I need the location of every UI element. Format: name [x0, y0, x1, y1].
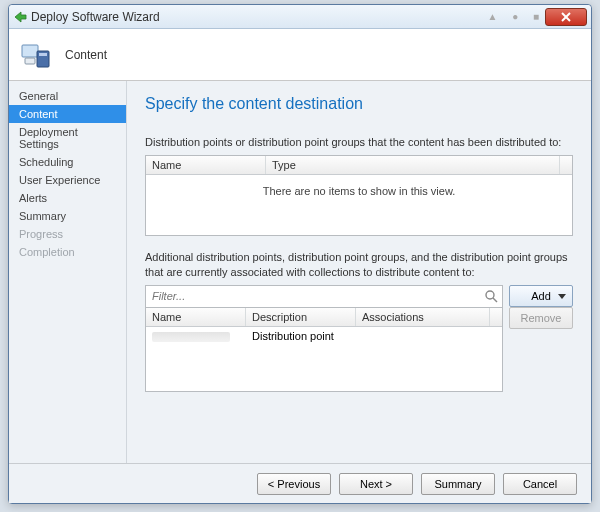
- cell-name: [146, 327, 246, 347]
- svg-marker-0: [15, 12, 26, 22]
- titlebar-glyphs: ▲ ● ■: [487, 11, 545, 22]
- col2-associations[interactable]: Associations: [356, 308, 490, 326]
- desc-distributed: Distribution points or distribution poin…: [145, 135, 573, 149]
- col-name[interactable]: Name: [146, 156, 266, 174]
- previous-button[interactable]: < Previous: [257, 473, 331, 495]
- svg-rect-6: [39, 53, 47, 56]
- next-button[interactable]: Next >: [339, 473, 413, 495]
- add-button[interactable]: Add: [509, 285, 573, 307]
- header-label: Content: [65, 48, 107, 62]
- sidebar-item-general[interactable]: General: [9, 87, 126, 105]
- app-icon: [13, 10, 27, 24]
- additional-grid: Name Description Associations Distributi…: [145, 307, 503, 392]
- additional-grid-body: Distribution point: [146, 327, 502, 391]
- sidebar-item-scheduling[interactable]: Scheduling: [9, 153, 126, 171]
- main-panel: Specify the content destination Distribu…: [127, 81, 591, 463]
- svg-rect-4: [25, 58, 35, 64]
- redacted-name: [152, 332, 230, 342]
- svg-point-7: [486, 291, 494, 299]
- search-icon[interactable]: [484, 289, 498, 303]
- sidebar-item-deployment-settings[interactable]: Deployment Settings: [9, 123, 126, 153]
- titlebar: Deploy Software Wizard ▲ ● ■: [9, 5, 591, 29]
- sidebar: General Content Deployment Settings Sche…: [9, 81, 127, 463]
- sidebar-item-user-experience[interactable]: User Experience: [9, 171, 126, 189]
- distributed-grid-header: Name Type: [146, 156, 572, 175]
- header: Content: [9, 29, 591, 81]
- close-button[interactable]: [545, 8, 587, 26]
- wizard-window: Deploy Software Wizard ▲ ● ■ Content Gen…: [8, 4, 592, 504]
- sidebar-item-completion: Completion: [9, 243, 126, 261]
- filter-input[interactable]: [146, 286, 502, 306]
- footer: < Previous Next > Summary Cancel: [9, 463, 591, 503]
- content-icon: [19, 37, 55, 73]
- remove-button: Remove: [509, 307, 573, 329]
- empty-message: There are no items to show in this view.: [146, 175, 572, 207]
- svg-line-8: [493, 298, 497, 302]
- page-heading: Specify the content destination: [145, 95, 573, 113]
- additional-grid-header: Name Description Associations: [146, 308, 502, 327]
- filter-wrap: [145, 285, 503, 307]
- summary-button[interactable]: Summary: [421, 473, 495, 495]
- col2-description[interactable]: Description: [246, 308, 356, 326]
- add-label: Add: [531, 290, 551, 302]
- remove-label: Remove: [521, 312, 562, 324]
- body: General Content Deployment Settings Sche…: [9, 81, 591, 463]
- cancel-button[interactable]: Cancel: [503, 473, 577, 495]
- distributed-grid: Name Type There are no items to show in …: [145, 155, 573, 236]
- svg-rect-3: [22, 45, 38, 57]
- col2-name[interactable]: Name: [146, 308, 246, 326]
- sidebar-item-content[interactable]: Content: [9, 105, 126, 123]
- cell-description: Distribution point: [246, 327, 356, 347]
- cell-associations: [356, 327, 502, 347]
- col-type[interactable]: Type: [266, 156, 560, 174]
- filter-row: Add: [145, 285, 573, 307]
- sidebar-item-summary[interactable]: Summary: [9, 207, 126, 225]
- chevron-down-icon: [558, 294, 566, 299]
- close-icon: [560, 12, 572, 22]
- sidebar-item-alerts[interactable]: Alerts: [9, 189, 126, 207]
- desc-additional: Additional distribution points, distribu…: [145, 250, 573, 279]
- distributed-grid-body: There are no items to show in this view.: [146, 175, 572, 235]
- table-row[interactable]: Distribution point: [146, 327, 502, 347]
- additional-row: Name Description Associations Distributi…: [145, 307, 573, 392]
- sidebar-item-progress: Progress: [9, 225, 126, 243]
- window-title: Deploy Software Wizard: [31, 10, 483, 24]
